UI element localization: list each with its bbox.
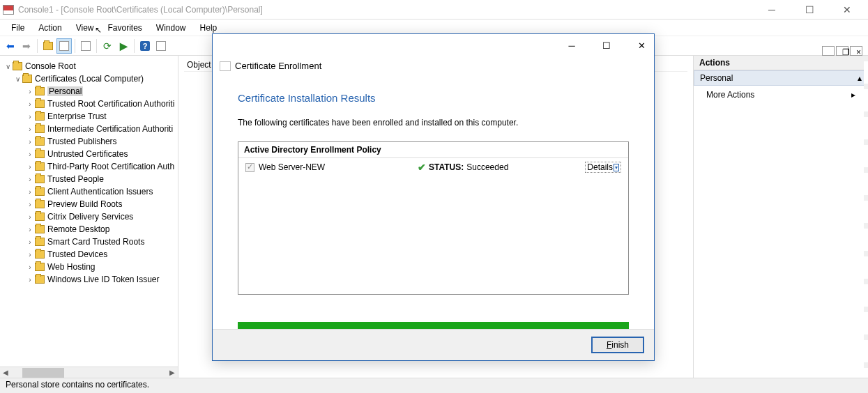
- folder-icon: [35, 175, 45, 183]
- success-check-icon: ✔: [418, 162, 426, 173]
- menu-view[interactable]: View: [70, 22, 100, 34]
- view-options-button[interactable]: [153, 38, 169, 54]
- minimize-button[interactable]: ─: [759, 4, 784, 15]
- up-folder-button[interactable]: [40, 38, 56, 54]
- tree-certs[interactable]: ∨ Certificates (Local Computer): [0, 72, 178, 85]
- folder-icon: [35, 225, 45, 233]
- tree-item[interactable]: ›Remote Desktop: [0, 223, 178, 236]
- expand-icon[interactable]: ›: [25, 226, 35, 233]
- menu-window[interactable]: Window: [151, 22, 192, 34]
- dialog-minimize-button[interactable]: ─: [565, 40, 579, 51]
- tree-item[interactable]: ›Windows Live ID Token Issuer: [0, 273, 178, 286]
- cert-row: Web Server-NEW ✔ STATUS: Succeeded Detai…: [238, 158, 628, 176]
- mmc-icon: [3, 5, 14, 15]
- expand-icon[interactable]: ›: [25, 138, 35, 146]
- scroll-left-icon[interactable]: ◀: [0, 369, 11, 376]
- tree-item[interactable]: ›Smart Card Trusted Roots: [0, 236, 178, 248]
- progress-bar: [238, 322, 629, 329]
- policy-box: Active Directory Enrollment Policy Web S…: [238, 141, 629, 295]
- folder-icon: [35, 100, 45, 108]
- help-button[interactable]: ?: [137, 38, 153, 54]
- dialog-close-button[interactable]: ✕: [634, 40, 648, 51]
- copy-button[interactable]: [78, 38, 93, 54]
- policy-header: Active Directory Enrollment Policy: [238, 142, 628, 158]
- actions-title: Actions: [694, 56, 868, 70]
- tree-item-label: Third-Party Root Certification Auth: [47, 162, 174, 171]
- expand-icon[interactable]: ›: [25, 263, 35, 271]
- menu-action[interactable]: Action: [33, 22, 67, 34]
- back-button[interactable]: ⬅: [3, 38, 18, 54]
- tree-item-label: Remote Desktop: [47, 224, 109, 234]
- tree-item[interactable]: ›Intermediate Certification Authoriti: [0, 123, 178, 135]
- folder-icon: [35, 238, 45, 246]
- tree-item[interactable]: ›Trusted Publishers: [0, 135, 178, 148]
- chevron-right-icon: ▸: [851, 90, 855, 100]
- collapse-icon[interactable]: ∨: [13, 75, 22, 83]
- status-label: STATUS:: [429, 162, 464, 172]
- tree-item[interactable]: ›Third-Party Root Certification Auth: [0, 160, 178, 173]
- expand-icon[interactable]: ›: [25, 238, 35, 246]
- dialog-maximize-button[interactable]: ☐: [600, 40, 614, 51]
- menu-file[interactable]: File: [6, 22, 30, 34]
- expand-icon[interactable]: ›: [25, 176, 35, 183]
- scrollbar-thumb[interactable]: [22, 368, 64, 378]
- tree-item[interactable]: ›Trusted Devices: [0, 248, 178, 261]
- tree-item[interactable]: ›Citrix Delivery Services: [0, 210, 178, 223]
- expand-icon[interactable]: ›: [25, 113, 35, 121]
- cert-enrollment-dialog: ─ ☐ ✕ Certificate Enrollment Certificate…: [212, 33, 655, 361]
- collapse-icon[interactable]: ▴: [858, 73, 862, 83]
- scroll-right-icon[interactable]: ▶: [167, 369, 178, 376]
- tree-item-label: Client Authentication Issuers: [47, 187, 153, 196]
- cert-icon: [220, 61, 231, 71]
- expand-icon[interactable]: ›: [25, 151, 35, 158]
- right-splitter[interactable]: [864, 56, 868, 378]
- tree-item-personal[interactable]: › Personal: [0, 85, 178, 98]
- tree-item[interactable]: ›Untrusted Certificates: [0, 148, 178, 160]
- folder-icon: [35, 125, 45, 133]
- refresh-button[interactable]: ⟳: [100, 38, 115, 54]
- expand-icon[interactable]: ›: [25, 251, 35, 259]
- statusbar: Personal store contains no certificates.: [0, 378, 868, 393]
- menu-favorites[interactable]: Favorites: [102, 22, 148, 34]
- expand-icon[interactable]: ›: [25, 188, 35, 196]
- finish-button[interactable]: Finish: [591, 337, 644, 353]
- folder-icon: [35, 87, 45, 95]
- tree-item[interactable]: ›Web Hosting: [0, 261, 178, 273]
- folder-icon: [35, 263, 45, 271]
- mdi-minimize-button[interactable]: _: [822, 46, 835, 56]
- close-button[interactable]: ✕: [835, 4, 860, 15]
- expand-icon[interactable]: ›: [25, 213, 35, 221]
- more-actions-item[interactable]: More Actions ▸: [694, 86, 868, 104]
- forward-button[interactable]: ➡: [19, 38, 34, 54]
- collapse-icon[interactable]: ∨: [3, 63, 13, 70]
- tree-item[interactable]: ›Client Authentication Issuers: [0, 185, 178, 198]
- export-button[interactable]: ▶: [116, 38, 131, 54]
- tree-item[interactable]: ›Trusted Root Certification Authoriti: [0, 98, 178, 110]
- tree-item-label: Enterprise Trust: [47, 111, 107, 121]
- tree-root[interactable]: ∨ Console Root: [0, 60, 178, 72]
- expand-icon[interactable]: ›: [25, 125, 35, 133]
- tree-root-label: Console Root: [25, 61, 76, 71]
- expand-icon[interactable]: ›: [25, 100, 35, 108]
- expand-icon[interactable]: ›: [25, 88, 35, 95]
- mdi-restore-button[interactable]: ❐: [836, 46, 848, 56]
- show-tree-button[interactable]: [56, 38, 72, 54]
- expand-icon[interactable]: ›: [25, 163, 35, 171]
- tree-item[interactable]: ›Enterprise Trust: [0, 110, 178, 123]
- mdi-close-button[interactable]: ×: [850, 46, 862, 56]
- menu-help[interactable]: Help: [195, 22, 223, 34]
- actions-group[interactable]: Personal ▴: [694, 70, 868, 86]
- tree-item[interactable]: ›Preview Build Roots: [0, 198, 178, 210]
- tree-item-label: Citrix Delivery Services: [47, 212, 133, 222]
- dialog-heading: Certificate Installation Results: [238, 92, 629, 104]
- horizontal-scrollbar[interactable]: ◀ ▶: [0, 367, 178, 378]
- tree-item[interactable]: ›Trusted People: [0, 173, 178, 185]
- window-titlebar: Console1 - [Console Root\Certificates (L…: [0, 0, 868, 20]
- details-button[interactable]: Details ▾: [585, 162, 621, 173]
- maximize-button[interactable]: ☐: [797, 4, 822, 15]
- expand-icon[interactable]: ›: [25, 276, 35, 284]
- expand-icon[interactable]: ›: [25, 201, 35, 208]
- dialog-text: The following certificates have been enr…: [238, 118, 629, 128]
- tree-panel: ∨ Console Root ∨ Certificates (Local Com…: [0, 56, 178, 378]
- cert-store-icon: [22, 75, 32, 83]
